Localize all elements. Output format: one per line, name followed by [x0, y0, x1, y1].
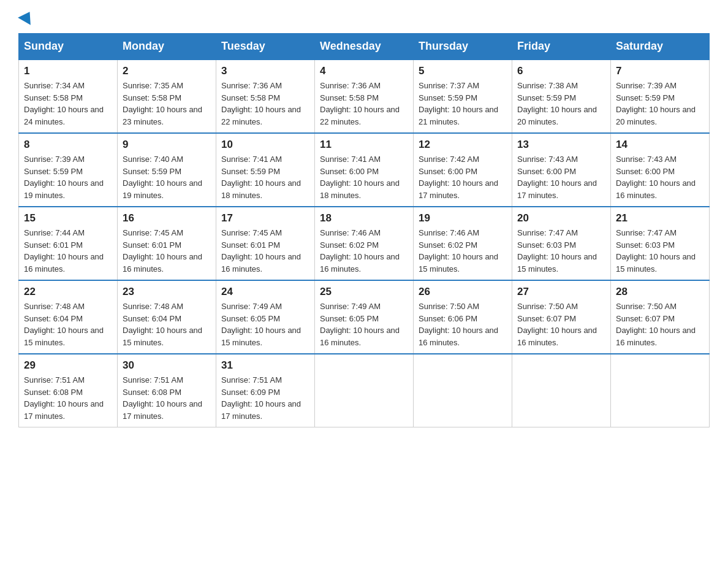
calendar-cell [414, 354, 512, 427]
day-number: 13 [517, 139, 605, 151]
day-number: 1 [24, 65, 112, 77]
calendar-cell: 28Sunrise: 7:50 AMSunset: 6:07 PMDayligh… [611, 280, 710, 354]
calendar-cell: 7Sunrise: 7:39 AMSunset: 5:59 PMDaylight… [611, 59, 710, 133]
calendar-cell: 6Sunrise: 7:38 AMSunset: 5:59 PMDaylight… [512, 59, 611, 133]
day-number: 24 [221, 286, 309, 298]
day-number: 4 [320, 65, 408, 77]
day-number: 19 [419, 212, 507, 224]
day-number: 31 [221, 359, 309, 372]
calendar-cell: 27Sunrise: 7:50 AMSunset: 6:07 PMDayligh… [512, 280, 611, 354]
day-info: Sunrise: 7:36 AMSunset: 5:58 PMDaylight:… [320, 80, 408, 128]
day-number: 18 [320, 212, 408, 224]
day-number: 8 [24, 139, 112, 151]
day-number: 7 [616, 65, 704, 77]
day-number: 20 [517, 212, 605, 224]
day-number: 10 [221, 139, 309, 151]
calendar-cell: 2Sunrise: 7:35 AMSunset: 5:58 PMDaylight… [118, 59, 216, 133]
day-info: Sunrise: 7:37 AMSunset: 5:59 PMDaylight:… [419, 80, 507, 128]
day-number: 28 [616, 286, 704, 298]
day-info: Sunrise: 7:47 AMSunset: 6:03 PMDaylight:… [616, 227, 704, 275]
day-number: 9 [123, 139, 211, 151]
calendar-cell: 17Sunrise: 7:45 AMSunset: 6:01 PMDayligh… [216, 207, 315, 280]
day-number: 16 [123, 212, 211, 224]
day-number: 17 [221, 212, 309, 224]
day-info: Sunrise: 7:44 AMSunset: 6:01 PMDaylight:… [24, 227, 112, 275]
calendar-week-row: 29Sunrise: 7:51 AMSunset: 6:08 PMDayligh… [19, 354, 710, 427]
calendar-cell: 1Sunrise: 7:34 AMSunset: 5:58 PMDaylight… [19, 59, 118, 133]
day-info: Sunrise: 7:45 AMSunset: 6:01 PMDaylight:… [123, 227, 211, 275]
calendar-week-row: 8Sunrise: 7:39 AMSunset: 5:59 PMDaylight… [19, 133, 710, 207]
calendar-cell: 26Sunrise: 7:50 AMSunset: 6:06 PMDayligh… [414, 280, 512, 354]
calendar-cell: 25Sunrise: 7:49 AMSunset: 6:05 PMDayligh… [315, 280, 414, 354]
day-info: Sunrise: 7:43 AMSunset: 6:00 PMDaylight:… [616, 153, 704, 201]
column-header-monday: Monday [118, 34, 216, 60]
day-info: Sunrise: 7:49 AMSunset: 6:05 PMDaylight:… [320, 301, 408, 348]
day-number: 26 [419, 286, 507, 298]
day-number: 12 [419, 139, 507, 151]
calendar-cell: 18Sunrise: 7:46 AMSunset: 6:02 PMDayligh… [315, 207, 414, 280]
day-info: Sunrise: 7:51 AMSunset: 6:08 PMDaylight:… [123, 374, 211, 422]
day-info: Sunrise: 7:47 AMSunset: 6:03 PMDaylight:… [517, 227, 605, 275]
column-header-sunday: Sunday [19, 34, 118, 60]
day-info: Sunrise: 7:48 AMSunset: 6:04 PMDaylight:… [24, 301, 112, 348]
logo-triangle-icon [18, 8, 36, 25]
day-info: Sunrise: 7:41 AMSunset: 5:59 PMDaylight:… [221, 153, 309, 201]
day-info: Sunrise: 7:40 AMSunset: 5:59 PMDaylight:… [123, 153, 211, 201]
day-info: Sunrise: 7:51 AMSunset: 6:09 PMDaylight:… [221, 374, 309, 422]
day-info: Sunrise: 7:39 AMSunset: 5:59 PMDaylight:… [616, 80, 704, 128]
day-info: Sunrise: 7:48 AMSunset: 6:04 PMDaylight:… [123, 301, 211, 348]
calendar-cell: 3Sunrise: 7:36 AMSunset: 5:58 PMDaylight… [216, 59, 315, 133]
day-info: Sunrise: 7:50 AMSunset: 6:07 PMDaylight:… [517, 301, 605, 348]
calendar-cell: 23Sunrise: 7:48 AMSunset: 6:04 PMDayligh… [118, 280, 216, 354]
day-number: 29 [24, 359, 112, 372]
day-info: Sunrise: 7:50 AMSunset: 6:07 PMDaylight:… [616, 301, 704, 348]
column-header-friday: Friday [512, 34, 611, 60]
day-info: Sunrise: 7:51 AMSunset: 6:08 PMDaylight:… [24, 374, 112, 422]
calendar-cell: 20Sunrise: 7:47 AMSunset: 6:03 PMDayligh… [512, 207, 611, 280]
day-number: 5 [419, 65, 507, 77]
day-number: 30 [123, 359, 211, 372]
calendar-cell: 10Sunrise: 7:41 AMSunset: 5:59 PMDayligh… [216, 133, 315, 207]
day-info: Sunrise: 7:39 AMSunset: 5:59 PMDaylight:… [24, 153, 112, 201]
day-info: Sunrise: 7:45 AMSunset: 6:01 PMDaylight:… [221, 227, 309, 275]
day-info: Sunrise: 7:34 AMSunset: 5:58 PMDaylight:… [24, 80, 112, 128]
calendar-cell: 14Sunrise: 7:43 AMSunset: 6:00 PMDayligh… [611, 133, 710, 207]
day-info: Sunrise: 7:38 AMSunset: 5:59 PMDaylight:… [517, 80, 605, 128]
day-info: Sunrise: 7:43 AMSunset: 6:00 PMDaylight:… [517, 153, 605, 201]
day-number: 23 [123, 286, 211, 298]
day-info: Sunrise: 7:49 AMSunset: 6:05 PMDaylight:… [221, 301, 309, 348]
day-number: 22 [24, 286, 112, 298]
day-info: Sunrise: 7:35 AMSunset: 5:58 PMDaylight:… [123, 80, 211, 128]
calendar-cell: 4Sunrise: 7:36 AMSunset: 5:58 PMDaylight… [315, 59, 414, 133]
calendar-cell: 12Sunrise: 7:42 AMSunset: 6:00 PMDayligh… [414, 133, 512, 207]
calendar-cell: 8Sunrise: 7:39 AMSunset: 5:59 PMDaylight… [19, 133, 118, 207]
calendar-cell: 24Sunrise: 7:49 AMSunset: 6:05 PMDayligh… [216, 280, 315, 354]
day-info: Sunrise: 7:46 AMSunset: 6:02 PMDaylight:… [320, 227, 408, 275]
calendar-cell: 22Sunrise: 7:48 AMSunset: 6:04 PMDayligh… [19, 280, 118, 354]
day-info: Sunrise: 7:42 AMSunset: 6:00 PMDaylight:… [419, 153, 507, 201]
calendar-cell: 19Sunrise: 7:46 AMSunset: 6:02 PMDayligh… [414, 207, 512, 280]
column-header-saturday: Saturday [611, 34, 710, 60]
calendar-header-row: SundayMondayTuesdayWednesdayThursdayFrid… [19, 34, 710, 60]
column-header-tuesday: Tuesday [216, 34, 315, 60]
day-number: 6 [517, 65, 605, 77]
calendar-cell: 15Sunrise: 7:44 AMSunset: 6:01 PMDayligh… [19, 207, 118, 280]
calendar-cell [611, 354, 710, 427]
day-number: 11 [320, 139, 408, 151]
day-info: Sunrise: 7:41 AMSunset: 6:00 PMDaylight:… [320, 153, 408, 201]
day-number: 21 [616, 212, 704, 224]
calendar-cell: 31Sunrise: 7:51 AMSunset: 6:09 PMDayligh… [216, 354, 315, 427]
column-header-wednesday: Wednesday [315, 34, 414, 60]
day-number: 3 [221, 65, 309, 77]
day-info: Sunrise: 7:50 AMSunset: 6:06 PMDaylight:… [419, 301, 507, 348]
calendar-cell: 13Sunrise: 7:43 AMSunset: 6:00 PMDayligh… [512, 133, 611, 207]
calendar-week-row: 15Sunrise: 7:44 AMSunset: 6:01 PMDayligh… [19, 207, 710, 280]
calendar-cell [512, 354, 611, 427]
calendar-cell [315, 354, 414, 427]
calendar-cell: 5Sunrise: 7:37 AMSunset: 5:59 PMDaylight… [414, 59, 512, 133]
calendar-cell: 11Sunrise: 7:41 AMSunset: 6:00 PMDayligh… [315, 133, 414, 207]
day-number: 27 [517, 286, 605, 298]
calendar-cell: 9Sunrise: 7:40 AMSunset: 5:59 PMDaylight… [118, 133, 216, 207]
day-number: 14 [616, 139, 704, 151]
day-info: Sunrise: 7:46 AMSunset: 6:02 PMDaylight:… [419, 227, 507, 275]
